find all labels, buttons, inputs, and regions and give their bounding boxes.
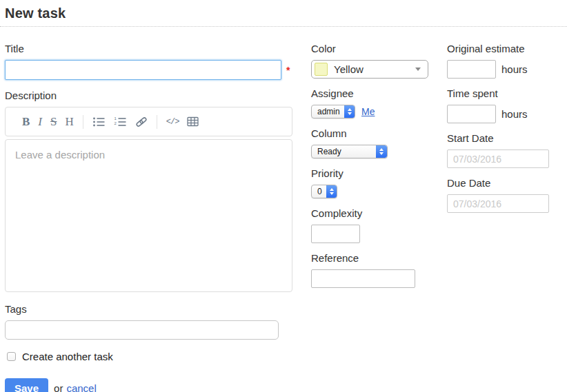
complexity-label: Complexity [311,207,430,219]
italic-icon[interactable]: I [34,114,46,129]
tags-input[interactable] [5,320,279,340]
action-row: Save or cancel [5,378,293,392]
strikethrough-icon[interactable]: S [46,114,61,129]
hours-suffix: hours [501,63,528,75]
reference-input[interactable] [311,269,415,288]
color-dropdown[interactable]: Yellow [311,60,428,79]
table-icon[interactable] [183,115,203,128]
title-label: Title [5,43,293,54]
assignee-row: admin Me [311,105,430,118]
priority-select[interactable]: 0 [311,185,337,198]
color-swatch-yellow [315,63,328,76]
left-column: Title * Description B I S H [5,43,293,392]
description-toolbar: B I S H [5,107,292,136]
svg-text:2: 2 [114,121,117,125]
unordered-list-icon[interactable] [88,115,110,129]
due-date-label: Due Date [447,177,567,189]
color-label: Color [311,43,430,54]
right-column: Original estimate hours Time spent hours… [447,43,567,213]
due-date-input[interactable] [447,194,549,213]
link-icon[interactable] [131,115,152,129]
bold-icon[interactable]: B [18,114,34,129]
assign-to-me-link[interactable]: Me [361,106,375,117]
tags-label: Tags [5,303,293,315]
toolbar-separator [83,115,83,129]
original-estimate-input[interactable] [447,60,496,79]
create-another-checkbox[interactable] [7,352,16,361]
hours-suffix: hours [501,108,528,120]
complexity-input[interactable] [311,225,360,243]
required-asterisk: * [286,65,290,76]
priority-selected-value: 0 [312,185,326,198]
color-selected-value: Yellow [334,63,415,75]
select-stepper-icon [326,185,337,198]
or-text: or [54,382,63,392]
assignee-selected-value: admin [312,105,344,118]
create-another-label: Create another task [22,351,113,362]
start-date-label: Start Date [447,132,567,144]
new-task-form: Title * Description B I S H [0,43,567,392]
heading-icon[interactable]: H [61,114,77,129]
chevron-down-icon [415,68,421,71]
time-spent-row: hours [447,105,567,123]
middle-column: Color Yellow Assignee admin Me Column Re… [311,43,430,288]
ordered-list-icon[interactable]: 1 2 [110,115,131,129]
title-row: * [5,60,293,80]
column-label: Column [311,127,430,139]
assignee-select[interactable]: admin [311,105,355,118]
save-button[interactable]: Save [5,378,48,392]
page-header: New task [0,6,567,27]
reference-label: Reference [311,252,430,264]
description-textarea[interactable] [5,139,292,292]
time-spent-input[interactable] [447,105,496,123]
assignee-label: Assignee [311,87,430,99]
priority-label: Priority [311,167,430,179]
svg-text:1: 1 [114,116,117,121]
time-spent-label: Time spent [447,87,567,99]
original-estimate-label: Original estimate [447,43,567,54]
code-icon[interactable]: </> [162,116,183,128]
cancel-link[interactable]: cancel [66,382,96,392]
select-stepper-icon [376,145,387,158]
description-label: Description [5,90,293,101]
new-task-page: New task Title * Description B I S [0,0,567,392]
select-stepper-icon [344,105,355,118]
start-date-input[interactable] [447,149,549,168]
toolbar-separator [157,115,157,129]
page-title: New task [5,6,567,21]
original-estimate-row: hours [447,60,567,79]
column-selected-value: Ready [312,145,376,158]
title-input[interactable] [5,60,281,80]
column-select[interactable]: Ready [311,145,388,158]
create-another-row: Create another task [5,351,293,362]
